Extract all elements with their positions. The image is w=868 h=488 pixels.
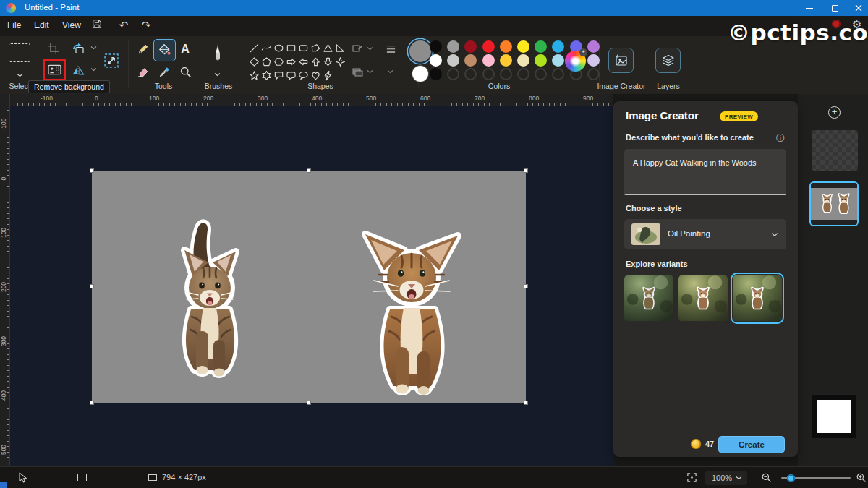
shape-rounded-speech-bubble[interactable] [285, 69, 297, 82]
shape-diamond[interactable] [248, 55, 260, 69]
selection-handle[interactable] [524, 401, 528, 405]
color-swatch-empty[interactable] [464, 68, 477, 80]
undo-button[interactable]: ↶ [116, 19, 132, 32]
shape-arrow-left[interactable] [297, 55, 310, 69]
color-swatch[interactable] [587, 54, 600, 67]
color-swatch-empty[interactable] [587, 68, 600, 80]
color-swatch[interactable] [464, 40, 477, 53]
color-swatch[interactable] [447, 40, 459, 53]
pencil-tool-button[interactable] [135, 42, 150, 56]
shape-outline-chevron[interactable] [367, 46, 373, 53]
shape-oval-speech-bubble[interactable] [297, 69, 310, 82]
color-swatch-empty[interactable] [552, 68, 564, 80]
cat-left-image[interactable] [165, 217, 255, 382]
shape-pentagon[interactable] [260, 55, 273, 69]
variant-thumbnail-1[interactable] [624, 275, 673, 322]
settings-gear-button[interactable]: ⚙ [852, 18, 861, 31]
text-tool-button[interactable]: A [178, 42, 192, 56]
shape-hexagon[interactable] [273, 55, 285, 69]
menu-item-view[interactable]: View [62, 20, 81, 30]
shape-six-point-star[interactable] [260, 69, 273, 82]
info-icon[interactable]: ⓘ [776, 132, 785, 145]
shape-rounded-rectangle[interactable] [297, 41, 310, 55]
variant-thumbnail-3[interactable] [733, 275, 782, 322]
color-picker-tool-button[interactable] [157, 64, 171, 79]
crop-button[interactable] [45, 40, 61, 56]
select-dropdown-chevron[interactable] [17, 73, 23, 80]
color-swatch[interactable] [500, 40, 512, 53]
layer-thumbnail-background[interactable] [812, 395, 856, 438]
rotate-button[interactable] [70, 42, 86, 55]
shape-fill-button[interactable] [351, 65, 364, 78]
create-button[interactable]: Create [718, 436, 785, 453]
selection-handle[interactable] [90, 401, 94, 405]
save-button[interactable] [92, 19, 108, 29]
zoom-in-button[interactable] [856, 472, 867, 483]
prompt-input[interactable]: A Happy Cat Walking in the Woods [624, 149, 786, 195]
color-swatch[interactable] [587, 40, 600, 53]
magnifier-tool-button[interactable] [178, 64, 192, 79]
fill-tool-button[interactable] [157, 43, 171, 57]
shape-heart[interactable] [310, 69, 322, 82]
shape-triangle[interactable] [322, 41, 334, 55]
selection-handle[interactable] [307, 401, 311, 405]
zoom-dropdown[interactable]: 100% [705, 471, 747, 485]
color-swatch[interactable] [482, 40, 495, 53]
selection-handle[interactable] [524, 284, 528, 288]
color-swatch[interactable] [430, 68, 442, 80]
color-swatch[interactable] [447, 54, 459, 67]
color-swatch[interactable] [482, 54, 495, 67]
zoom-slider-thumb[interactable] [787, 474, 795, 482]
shape-arrow-up[interactable] [310, 55, 322, 69]
shape-size-chevron[interactable] [387, 69, 393, 76]
layers-button[interactable] [655, 48, 681, 73]
shape-ellipse[interactable] [273, 41, 285, 55]
shape-fill-chevron[interactable] [367, 69, 373, 76]
shape-outline-button[interactable] [351, 42, 364, 55]
color-swatch[interactable] [517, 40, 529, 53]
color-swatch[interactable] [535, 40, 547, 53]
color-swatch[interactable] [552, 40, 564, 53]
eraser-tool-button[interactable] [135, 64, 150, 79]
redo-button[interactable]: ↷ [138, 19, 154, 32]
color-swatch[interactable] [430, 40, 442, 53]
color-swatch-empty[interactable] [482, 68, 495, 80]
color-swatch[interactable] [535, 54, 547, 67]
selection-handle[interactable] [90, 168, 94, 173]
cat-right-image[interactable] [359, 208, 464, 402]
shape-lightning[interactable] [322, 69, 334, 82]
shape-arrow-down[interactable] [322, 55, 334, 69]
selection-handle[interactable] [307, 168, 311, 173]
close-button[interactable] [848, 0, 868, 16]
color-swatch-empty[interactable] [535, 68, 547, 80]
shape-line[interactable] [248, 41, 260, 55]
color-swatch-empty[interactable] [500, 68, 512, 80]
add-layer-button[interactable]: + [828, 106, 841, 119]
flip-dropdown-chevron[interactable] [90, 67, 97, 74]
zoom-out-button[interactable] [761, 472, 772, 483]
shape-polygon[interactable] [310, 41, 322, 55]
fit-to-screen-button[interactable] [686, 472, 697, 483]
brushes-button[interactable] [210, 40, 226, 67]
layer-thumbnail-2-selected[interactable] [809, 181, 859, 226]
variant-thumbnail-2[interactable] [678, 275, 728, 322]
selection-handle[interactable] [90, 284, 94, 288]
style-dropdown[interactable]: Oil Painting [624, 219, 786, 249]
color-swatch-empty[interactable] [447, 68, 459, 80]
minimize-button[interactable] [799, 0, 820, 16]
menu-item-file[interactable]: File [7, 20, 21, 30]
layer-thumbnail-1[interactable] [812, 130, 858, 171]
color-swatch[interactable] [500, 54, 512, 67]
shape-curve[interactable] [260, 41, 273, 55]
shape-rectangle[interactable] [285, 41, 297, 55]
menu-item-edit[interactable]: Edit [34, 20, 49, 30]
select-tool-button[interactable] [9, 43, 30, 62]
color-swatch[interactable] [552, 54, 564, 67]
resize-button[interactable] [102, 51, 121, 70]
color-swatch-empty[interactable] [517, 68, 529, 80]
flip-button[interactable] [70, 64, 86, 77]
shape-four-point-star[interactable] [334, 55, 346, 69]
shape-size-button[interactable] [384, 42, 397, 55]
color1-swatch[interactable] [409, 40, 431, 62]
shape-five-point-star[interactable] [248, 69, 260, 82]
